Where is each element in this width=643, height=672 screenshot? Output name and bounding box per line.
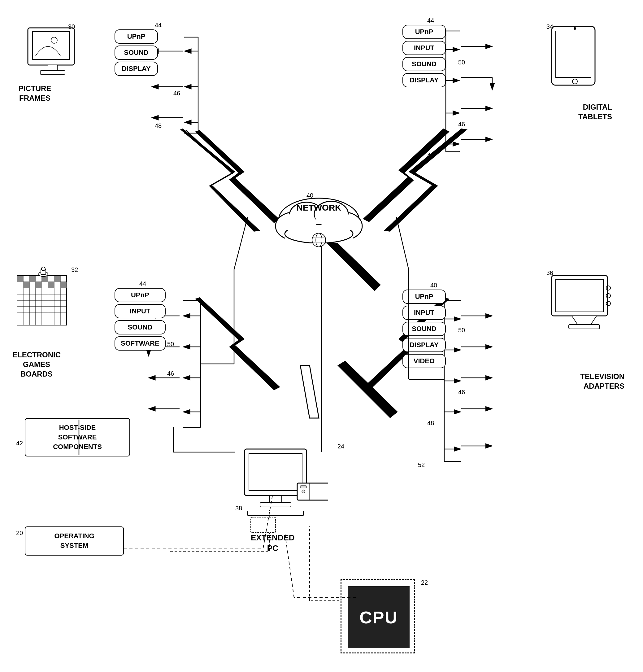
module-input-4: INPUT — [402, 305, 446, 320]
label-extended-pc: EXTENDED PC — [251, 533, 295, 554]
svg-rect-107 — [36, 282, 42, 288]
module-sound-4: SOUND — [402, 322, 446, 336]
tv-device — [550, 273, 618, 336]
ref-host-42: 42 — [16, 440, 23, 447]
module-display-4: DISPLAY — [402, 338, 446, 352]
ref-bl-44: 44 — [139, 280, 146, 287]
tablet-device — [550, 25, 600, 88]
ref-tr-48: 48 — [427, 152, 434, 159]
ref-br-50: 50 — [458, 327, 465, 334]
ref-tr-44: 44 — [427, 17, 434, 24]
svg-rect-126 — [300, 485, 306, 488]
stack-television-adapters: UPnP INPUT SOUND DISPLAY VIDEO — [402, 290, 446, 368]
svg-marker-4 — [338, 361, 398, 418]
ref-cpu-22: 22 — [421, 579, 428, 586]
svg-rect-106 — [23, 282, 29, 288]
extra-connections — [0, 0, 643, 672]
label-games-boards: ELECTRONIC GAMES BOARDS — [12, 350, 61, 379]
ref-br-52: 52 — [418, 461, 425, 469]
module-upnp-3: UPnP — [114, 288, 166, 302]
ref-games-boards: 32 — [71, 266, 78, 274]
ref-br-46: 46 — [458, 389, 465, 396]
svg-point-86 — [574, 27, 576, 30]
svg-point-71 — [322, 211, 353, 235]
svg-line-134 — [234, 217, 248, 269]
ref-br-48: 48 — [427, 420, 434, 427]
ref-digital-tablets: 34 — [546, 23, 553, 31]
module-sound-1: SOUND — [114, 46, 158, 60]
ref-tr-46: 46 — [458, 121, 465, 128]
svg-marker-115 — [572, 316, 597, 325]
label-digital-tablets: DIGITAL TABLETS — [578, 102, 612, 121]
svg-rect-114 — [556, 279, 603, 312]
label-television-adapters: TELEVISION ADAPTERS — [580, 372, 624, 391]
svg-text:NETWORK: NETWORK — [296, 203, 341, 213]
host-side-box: HOST-SIDE SOFTWARE COMPONENTS — [25, 418, 130, 456]
svg-rect-130 — [248, 511, 303, 516]
svg-rect-102 — [17, 276, 23, 282]
svg-point-70 — [284, 211, 316, 235]
svg-rect-108 — [48, 282, 54, 288]
module-sound-2: SOUND — [402, 57, 446, 71]
module-upnp-1: UPnP — [114, 29, 158, 44]
cpu-inner: CPU — [348, 586, 410, 648]
ref-television-adapters: 36 — [546, 269, 553, 277]
diagram-container: NETWORK 40 30 PICTURE FRAMES UPnP SOUND … — [0, 0, 643, 672]
svg-marker-0 — [180, 129, 260, 232]
module-input-3: INPUT — [114, 304, 166, 319]
ref-tr-50: 50 — [458, 59, 465, 66]
connections-svg — [0, 0, 643, 672]
svg-rect-116 — [569, 325, 600, 329]
svg-rect-123 — [269, 495, 282, 503]
stack-digital-tablets: UPnP INPUT SOUND DISPLAY — [402, 25, 446, 87]
ref-extended-pc-38: 38 — [235, 505, 242, 512]
module-upnp-2: UPnP — [402, 25, 446, 39]
os-box: OPERATING SYSTEM — [25, 526, 124, 555]
svg-rect-129 — [251, 517, 276, 533]
svg-rect-79 — [33, 32, 70, 59]
svg-line-137 — [396, 217, 409, 269]
svg-point-112 — [41, 267, 45, 271]
ref-network: 40 — [306, 192, 313, 199]
ref-tl-44: 44 — [155, 22, 161, 29]
ref-os-20: 20 — [16, 530, 23, 537]
cpu-box: CPU — [341, 579, 415, 653]
host-arrow-svg — [0, 0, 643, 672]
svg-rect-105 — [54, 276, 60, 282]
module-display-1: DISPLAY — [114, 62, 158, 76]
svg-marker-60 — [195, 297, 280, 390]
module-video-4: VIDEO — [402, 354, 446, 368]
ref-tl-48: 48 — [155, 122, 161, 130]
svg-marker-59 — [363, 129, 449, 222]
svg-rect-103 — [29, 276, 36, 282]
ref-br-40: 40 — [430, 282, 437, 289]
module-input-2: INPUT — [402, 41, 446, 55]
network-cloud: NETWORK — [266, 192, 372, 254]
games-device — [15, 266, 77, 336]
svg-rect-124 — [260, 503, 291, 507]
ref-bl-50: 50 — [167, 341, 174, 348]
module-sound-3: SOUND — [114, 320, 166, 334]
module-upnp-4: UPnP — [402, 290, 446, 304]
module-display-2: DISPLAY — [402, 73, 446, 87]
svg-marker-2 — [300, 365, 319, 418]
stack-games-boards: UPnP INPUT SOUND SOFTWARE — [114, 288, 166, 350]
ref-pc-unit-24: 24 — [338, 443, 344, 450]
stack-picture-frames: UPnP SOUND DISPLAY — [114, 29, 158, 76]
svg-rect-127 — [302, 490, 305, 493]
svg-rect-84 — [556, 31, 591, 77]
module-software-3: SOFTWARE — [114, 336, 166, 350]
picture-frame-device — [25, 25, 81, 82]
svg-rect-122 — [249, 453, 302, 491]
label-picture-frames: PICTURE FRAMES — [19, 84, 51, 103]
ref-tl-46: 46 — [173, 90, 180, 97]
svg-rect-109 — [60, 282, 66, 288]
svg-marker-1 — [384, 129, 468, 232]
ref-bl-46: 46 — [167, 370, 174, 377]
ref-picture-frames: 30 — [68, 23, 75, 31]
extended-pc-device — [235, 446, 328, 533]
svg-rect-81 — [40, 71, 65, 74]
